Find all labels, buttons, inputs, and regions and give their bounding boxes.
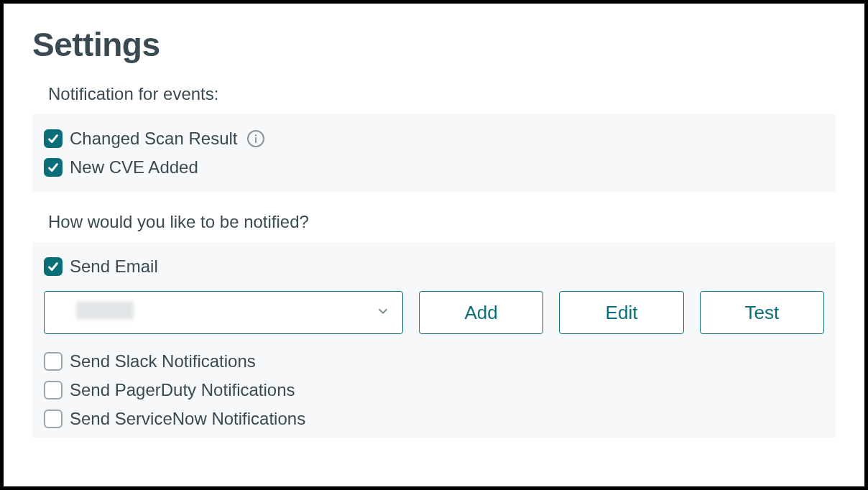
events-section-label: Notification for events:	[48, 84, 836, 104]
email-dropdown[interactable]	[44, 291, 403, 334]
checkbox-changed-scan-result[interactable]	[44, 129, 63, 148]
email-action-row: Add Edit Test	[44, 291, 824, 334]
dropdown-value	[56, 301, 375, 324]
option-label: Send Email	[70, 256, 158, 277]
chevron-down-icon	[375, 303, 391, 322]
option-send-pagerduty: Send PagerDuty Notifications	[44, 376, 824, 405]
edit-button[interactable]: Edit	[559, 291, 683, 334]
add-button[interactable]: Add	[419, 291, 543, 334]
option-send-servicenow: Send ServiceNow Notifications	[44, 405, 824, 433]
option-send-slack: Send Slack Notifications	[44, 347, 824, 376]
checkbox-send-servicenow[interactable]	[44, 410, 63, 428]
events-section-panel: Changed Scan Result New CVE Added	[32, 114, 836, 192]
test-button[interactable]: Test	[700, 291, 824, 334]
option-label: Changed Scan Result	[70, 129, 237, 149]
redacted-value	[76, 301, 134, 320]
checkbox-new-cve-added[interactable]	[44, 158, 63, 177]
option-new-cve-added: New CVE Added	[44, 153, 824, 182]
option-label: Send ServiceNow Notifications	[70, 409, 305, 429]
notify-section-panel: Send Email Add Edit Test Send Slack Noti…	[32, 242, 836, 438]
info-icon[interactable]	[247, 130, 264, 147]
checkbox-send-pagerduty[interactable]	[44, 381, 63, 399]
svg-rect-1	[255, 137, 257, 143]
option-changed-scan-result: Changed Scan Result	[44, 124, 824, 153]
option-send-email: Send Email	[44, 252, 824, 281]
checkbox-send-email[interactable]	[44, 257, 63, 276]
option-label: Send Slack Notifications	[70, 351, 256, 371]
svg-point-0	[255, 134, 257, 136]
page-title: Settings	[32, 25, 836, 64]
notify-section-label: How would you like to be notified?	[48, 212, 836, 232]
option-label: Send PagerDuty Notifications	[70, 380, 295, 400]
option-label: New CVE Added	[70, 157, 198, 177]
checkbox-send-slack[interactable]	[44, 352, 63, 371]
